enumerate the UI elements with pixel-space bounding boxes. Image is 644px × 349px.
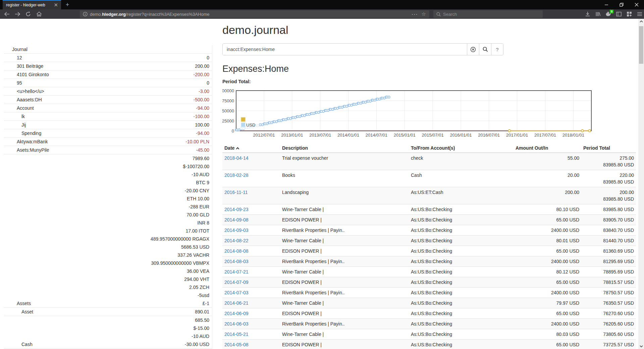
scroll-down-icon[interactable] <box>638 344 644 349</box>
register-column-header[interactable]: Date <box>222 144 280 153</box>
sidebar-account-link[interactable]: lk <box>4 112 25 120</box>
transaction-date-link[interactable]: 2014-09-03 <box>224 228 249 233</box>
window-minimize-button[interactable] <box>599 0 614 9</box>
sidebar-account-row[interactable]: lk-100.00 <box>4 112 212 121</box>
register-row[interactable]: 2014-09-23Wine-Tarner Cable |As:US:Bo:Ch… <box>222 204 636 215</box>
sidebar-journal-row[interactable]: Journal <box>4 45 212 54</box>
transaction-date-link[interactable]: 2014-09-08 <box>224 217 249 222</box>
sidebar-account-link[interactable]: Jij <box>4 121 26 129</box>
transaction-date-link[interactable]: 2014-06-21 <box>224 300 249 306</box>
window-close-button[interactable] <box>629 0 644 9</box>
tab-register[interactable]: register - hledger-web ✕ <box>3 0 61 9</box>
sidebar-account-link[interactable]: <u>hello</u> <box>4 87 44 95</box>
transaction-date-link[interactable]: 2014-06-09 <box>224 311 249 316</box>
downloads-icon[interactable] <box>585 11 591 17</box>
sidebar-account-link[interactable]: 95 <box>4 79 22 87</box>
window-restore-button[interactable] <box>614 0 629 9</box>
sidebar-account-row[interactable]: Assets7989.60$-100720.00-10 AUDBTC 9-20.… <box>4 154 212 308</box>
register-row[interactable]: 2014-07-03RiverBank Properties | Payin..… <box>222 288 636 298</box>
transaction-date-link[interactable]: 2018-04-14 <box>224 155 249 161</box>
browser-search-box[interactable]: Search <box>433 10 543 18</box>
register-row[interactable]: 2014-07-21Wine-Tarner Cable |As:US:Bo:Ch… <box>222 267 636 277</box>
register-row[interactable]: 2014-05-08EDISON POWER |As:US:Bo:Checkin… <box>222 340 636 349</box>
register-row[interactable]: 2014-07-09EDISON POWER |As:US:Bo:Checkin… <box>222 277 636 288</box>
transaction-date-link[interactable]: 2014-09-23 <box>224 207 249 212</box>
forward-button[interactable] <box>13 10 22 18</box>
tab-close-icon[interactable]: ✕ <box>51 2 61 8</box>
sidebar-toggle-icon[interactable] <box>616 11 622 17</box>
register-row[interactable]: 2018-02-28BooksCash20.00220.0083985.80 U… <box>222 170 636 187</box>
transaction-date-link[interactable]: 2014-07-09 <box>224 280 249 285</box>
register-row[interactable]: 2018-04-14Trial expense vouchercheck55.0… <box>222 153 636 170</box>
sidebar-journal-link[interactable]: Journal <box>4 45 28 53</box>
register-column-header[interactable]: Amount Out/In <box>514 144 581 153</box>
scroll-up-icon[interactable] <box>638 19 644 24</box>
sidebar-account-row[interactable]: Asets:MunyPile-45.00 <box>4 146 212 154</box>
back-button[interactable] <box>2 10 11 18</box>
sidebar-account-row[interactable]: Spending-94.00 <box>4 129 212 138</box>
sidebar-account-row[interactable]: Aktywa:mBank-10.00 PLN <box>4 138 212 146</box>
query-input[interactable] <box>223 44 467 55</box>
register-column-header[interactable]: To/From Account(s) <box>409 144 514 153</box>
register-row[interactable]: 2014-08-03RiverBank Properties | Payin..… <box>222 256 636 267</box>
clear-query-button[interactable] <box>467 44 479 55</box>
sidebar-account-link[interactable]: Asets:MunyPile <box>4 146 49 154</box>
sidebar-account-link[interactable]: Assets <box>4 299 31 307</box>
sidebar-account-row[interactable]: 950 <box>4 79 212 87</box>
url-bar[interactable]: demo.hledger.org/register?q=inacct%3AExp… <box>80 10 429 18</box>
sidebar-account-link[interactable]: Aktywa:mBank <box>4 138 48 146</box>
bookmark-star-icon[interactable]: ☆ <box>422 11 426 17</box>
sidebar-account-link[interactable]: 301 Beiträge <box>4 62 43 70</box>
sidebar-account-link[interactable]: Aaasets:DH <box>4 96 42 104</box>
sidebar-account-row[interactable]: Aaasets:DH-500.00 <box>4 96 212 104</box>
sidebar-account-row[interactable]: 4101 Girokonto-200.00 <box>4 70 212 79</box>
extension-duck-icon[interactable]: 0 <box>605 11 611 17</box>
register-row[interactable]: 2014-06-21Wine-Tarner Cable |As:US:Bo:Ch… <box>222 298 636 308</box>
sidebar-account-link[interactable]: Account <box>4 104 34 112</box>
search-submit-button[interactable] <box>479 44 491 55</box>
page-scrollbar[interactable] <box>638 19 644 349</box>
transaction-date-link[interactable]: 2014-06-03 <box>224 321 249 327</box>
sidebar-account-row[interactable]: Account-94.00 <box>4 104 212 112</box>
home-button[interactable] <box>34 10 44 18</box>
transaction-date-link[interactable]: 2018-02-28 <box>224 172 249 178</box>
register-row[interactable]: 2014-05-21Wine-Tarner Cable |As:US:Bo:Ch… <box>222 329 636 340</box>
sidebar-account-row[interactable]: <u>hello</u>-3.00 <box>4 87 212 96</box>
sidebar-account-row[interactable]: Cash685.50$-15.00-10 AUD-30.00 USD <box>4 316 212 349</box>
transaction-date-link[interactable]: 2014-07-03 <box>224 290 249 295</box>
new-tab-button[interactable]: + <box>63 1 72 9</box>
register-row[interactable]: 2014-08-22Wine-Tarner Cable |As:US:Bo:Ch… <box>222 236 636 246</box>
site-info-icon[interactable] <box>80 12 90 16</box>
transaction-date-link[interactable]: 2014-05-08 <box>224 342 249 347</box>
transaction-date-link[interactable]: 2014-07-21 <box>224 269 249 275</box>
register-row[interactable]: 2014-08-08EDISON POWER |As:US:Bo:Checkin… <box>222 246 636 256</box>
reload-button[interactable] <box>23 10 33 18</box>
sidebar-account-row[interactable]: 120 <box>4 54 212 62</box>
register-column-header[interactable]: Period Total <box>581 144 636 153</box>
register-row[interactable]: 2014-09-08EDISON POWER |As:US:Bo:Checkin… <box>222 215 636 225</box>
transaction-date-link[interactable]: 2014-08-22 <box>224 238 249 243</box>
transaction-date-link[interactable]: 2014-08-03 <box>224 259 249 264</box>
library-icon[interactable] <box>595 11 601 17</box>
period-total-chart[interactable]: 02500050000750001000002012/07/012013/01/… <box>222 86 593 138</box>
transaction-date-link[interactable]: 2016-11-11 <box>224 190 248 195</box>
register-row[interactable]: 2016-11-11LandscapingAs:US:ET:Cash200.00… <box>222 187 636 204</box>
menu-hamburger-icon[interactable] <box>637 11 643 17</box>
sidebar-account-link[interactable]: Asset <box>4 308 33 316</box>
register-row[interactable]: 2014-09-03RiverBank Properties | Payin..… <box>222 225 636 236</box>
register-row[interactable]: 2014-06-09EDISON POWER |As:US:Bo:Checkin… <box>222 308 636 319</box>
page-actions-icon[interactable]: ··· <box>412 12 418 17</box>
register-row[interactable]: 2014-06-03RiverBank Properties | Payin..… <box>222 319 636 329</box>
sidebar-account-link[interactable]: Spending <box>4 129 41 137</box>
apps-grid-icon[interactable] <box>626 11 632 17</box>
search-help-button[interactable]: ? <box>491 44 503 55</box>
transaction-date-link[interactable]: 2014-08-08 <box>224 248 249 254</box>
sidebar-account-link[interactable]: Cash <box>4 340 33 348</box>
sidebar-account-row[interactable]: Jij100.00 <box>4 121 212 129</box>
scrollbar-thumb[interactable] <box>639 26 643 64</box>
sidebar-account-link[interactable]: 12 <box>4 54 22 62</box>
register-column-header[interactable]: Description <box>280 144 409 153</box>
sidebar-account-row[interactable]: 301 Beiträge200.00 <box>4 62 212 70</box>
sidebar-account-row[interactable]: Asset890.01 <box>4 308 212 316</box>
transaction-date-link[interactable]: 2014-05-21 <box>224 332 249 337</box>
